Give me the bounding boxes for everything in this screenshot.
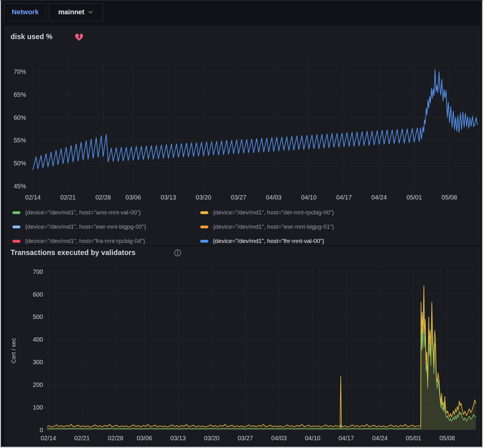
series-line-{device="/dev/md1", host="lhr-mnt-val-00"}: [33, 70, 477, 170]
y-tick-label: 400: [33, 336, 43, 343]
x-tick-label: 02/28: [95, 194, 111, 201]
x-tick-label: 03/13: [170, 435, 186, 441]
x-tick-label: 02/14: [25, 194, 41, 201]
y-tick-label: 50%: [14, 160, 26, 167]
legend-item[interactable]: {device="/dev/md1", host="lhr-mnt-val-00…: [200, 235, 324, 247]
y-tick-label: 55%: [14, 137, 26, 144]
transactions-chart[interactable]: 010020030040050060070002/1402/2102/2803/…: [24, 264, 482, 448]
legend-series-swatch: [200, 211, 208, 214]
x-tick-label: 02/21: [60, 194, 76, 201]
y-tick-label: 65%: [14, 91, 26, 98]
legend-series-label: {device="/dev/md1", host="del-mnt-rpcbig…: [213, 209, 334, 216]
x-tick-label: 04/24: [371, 194, 387, 201]
legend-item[interactable]: {device="/dev/md1", host="del-mnt-rpcbig…: [200, 206, 334, 219]
network-value-text: mainnet: [58, 8, 84, 16]
x-tick-label: 04/03: [271, 435, 287, 441]
network-variable-label: Network: [12, 8, 39, 16]
legend-series-label: {device="/dev/md1", host="lhr-mnt-val-00…: [213, 238, 324, 244]
y-tick-label: 70%: [14, 68, 26, 75]
legend-series-label: {device="/dev/md1", host="ams-mnt-val-00…: [25, 209, 141, 216]
x-tick-label: 03/27: [237, 435, 253, 441]
y-tick-label: 500: [33, 313, 43, 320]
legend-series-label: {device="/dev/md1", host="ewr-mnt-bigpg-…: [25, 223, 146, 230]
series-area-validator-yellow: [47, 286, 476, 430]
y-tick-label: 200: [33, 381, 43, 388]
x-tick-label: 02/28: [108, 435, 123, 441]
network-variable-button[interactable]: Network: [4, 3, 47, 21]
y-tick-label: 700: [33, 268, 43, 275]
y-tick-label: 45%: [14, 183, 26, 190]
x-tick-label: 02/14: [41, 435, 56, 441]
panel-disk-used: disk used % 45%50%55%60%65%70%02/1402/21…: [5, 26, 480, 245]
legend-item[interactable]: {device="/dev/md1", host="fra-mnt-rpcbig…: [12, 235, 145, 247]
series-area-validator-green: [47, 303, 476, 430]
x-tick-label: 02/21: [74, 435, 90, 441]
y-tick-label: 0: [40, 427, 43, 433]
legend-series-label: {device="/dev/md1", host="fra-mnt-rpcbig…: [25, 238, 145, 244]
y-tick-label: 600: [33, 291, 43, 298]
legend-series-swatch: [12, 226, 20, 228]
network-value-dropdown[interactable]: mainnet: [49, 3, 103, 21]
panel-title-transactions[interactable]: Transactions executed by validators: [11, 249, 135, 257]
x-tick-label: 03/06: [126, 194, 141, 201]
x-tick-label: 05/01: [406, 435, 421, 441]
x-tick-label: 04/03: [266, 194, 281, 201]
y-tick-label: 60%: [14, 114, 26, 121]
series-line-validator-yellow: [47, 286, 476, 427]
legend-series-label: {device="/dev/md1", host="ewr-mnt-bigpg-…: [213, 223, 334, 230]
legend-item[interactable]: {device="/dev/md1", host="ams-mnt-val-00…: [12, 206, 141, 219]
panel-title-disk-used[interactable]: disk used %: [11, 33, 52, 41]
x-tick-label: 05/08: [439, 435, 455, 441]
legend-item[interactable]: {device="/dev/md1", host="ewr-mnt-bigpg-…: [12, 221, 146, 233]
y-axis-title: Cert / sec: [10, 304, 17, 397]
disk-used-chart[interactable]: 45%50%55%60%65%70%02/1402/2102/2803/0603…: [7, 56, 482, 206]
dashboard: Network mainnet disk used % 45%50%55%60%…: [0, 0, 483, 448]
x-tick-label: 04/17: [339, 435, 354, 441]
x-tick-label: 04/10: [301, 194, 317, 201]
x-tick-label: 05/01: [406, 194, 422, 201]
legend-item[interactable]: {device="/dev/md1", host="ewr-mnt-bigpg-…: [200, 221, 334, 233]
x-tick-label: 03/06: [137, 435, 152, 441]
panel-transactions: Transactions executed by validators Cert…: [5, 246, 480, 448]
x-tick-label: 03/13: [161, 194, 176, 201]
y-tick-label: 100: [33, 404, 43, 411]
x-tick-label: 03/27: [231, 194, 246, 201]
series-line-validator-green: [47, 303, 476, 429]
chevron-down-icon: [87, 9, 94, 15]
legend-series-swatch: [200, 240, 208, 243]
legend-series-swatch: [12, 211, 20, 214]
legend-series-swatch: [12, 240, 20, 243]
x-tick-label: 04/10: [305, 435, 320, 441]
info-icon[interactable]: [174, 249, 182, 258]
y-tick-label: 300: [33, 359, 43, 365]
x-tick-label: 03/20: [196, 194, 211, 201]
x-tick-label: 03/20: [204, 435, 219, 441]
heart-break-icon: [74, 33, 84, 43]
x-tick-label: 04/17: [336, 194, 352, 201]
x-tick-label: 04/24: [372, 435, 388, 441]
x-tick-label: 05/08: [441, 194, 457, 201]
legend-series-swatch: [200, 226, 208, 228]
disk-used-legend: {device="/dev/md1", host="ams-mnt-val-00…: [5, 206, 480, 245]
